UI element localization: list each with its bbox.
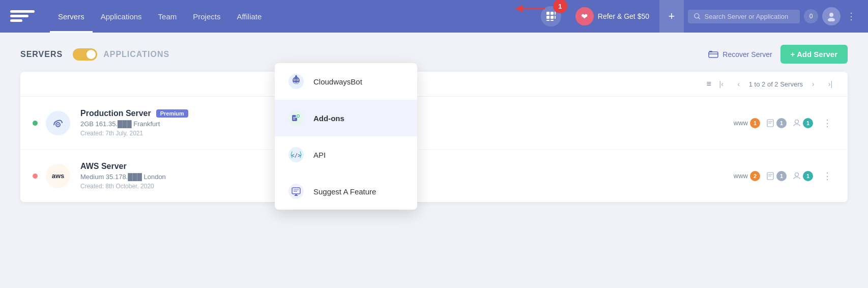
refer-button[interactable]: ❤ Refer & Get $50	[569, 7, 655, 25]
tab-toggle[interactable]	[73, 48, 97, 61]
pages-count-aws: 1	[776, 171, 787, 181]
svg-rect-3	[546, 12, 549, 15]
premium-badge: Premium	[156, 109, 188, 118]
pages-count: 1	[776, 118, 787, 128]
svg-rect-7	[551, 16, 554, 19]
users-count-aws: 1	[803, 171, 813, 181]
users-icon	[793, 119, 801, 127]
svg-point-22	[296, 75, 297, 77]
tab-servers[interactable]: SERVERS	[20, 46, 63, 63]
nav-link-team[interactable]: Team	[150, 0, 185, 33]
more-options-button[interactable]: ⋮	[845, 11, 858, 22]
refer-heart-icon: ❤	[575, 7, 594, 25]
suggest-icon	[287, 182, 305, 200]
svg-rect-28	[293, 117, 296, 118]
nav-links: Servers Applications Team Projects Affil…	[50, 0, 541, 33]
search-box[interactable]	[688, 10, 800, 23]
pagination-first[interactable]: |‹	[714, 77, 729, 91]
dropdown-item-suggest[interactable]: Suggest A Feature	[275, 173, 417, 210]
dropdown-item-cloudwaysbot[interactable]: CloudwaysBot	[275, 63, 417, 100]
pages-badge-aws[interactable]: 1	[766, 171, 787, 181]
svg-rect-1	[10, 15, 28, 17]
pages-icon-aws	[766, 172, 774, 180]
svg-rect-2	[10, 19, 22, 22]
svg-rect-0	[10, 10, 35, 13]
suggest-label: Suggest A Feature	[313, 187, 376, 196]
api-icon: </>	[287, 146, 305, 164]
recover-icon	[708, 50, 718, 59]
add-plus-button[interactable]: +	[659, 0, 684, 33]
svg-point-14	[828, 18, 835, 21]
page-actions: Recover Server + Add Server	[708, 45, 848, 64]
server-title: Production Server	[80, 109, 151, 118]
svg-text:</>: </>	[291, 152, 301, 159]
aws-text: aws	[52, 172, 65, 180]
server-icon-cloudways	[46, 111, 70, 135]
server-title-aws: AWS Server	[80, 162, 127, 171]
addons-icon	[287, 109, 305, 127]
server-actions-aws: www 2 1 1 ⋮	[734, 168, 835, 184]
bot-icon	[287, 72, 305, 91]
pages-badge-production[interactable]: 1	[766, 118, 787, 128]
filter-icon[interactable]: ≡	[706, 79, 711, 89]
notification-badge[interactable]: 0	[804, 9, 818, 23]
svg-point-20	[297, 79, 298, 80]
more-options-production[interactable]: ⋮	[819, 115, 835, 131]
more-options-aws[interactable]: ⋮	[819, 168, 835, 184]
status-dot-green	[33, 121, 38, 126]
www-badge-production[interactable]: www 1	[734, 118, 760, 128]
nav-right: ❤ Refer & Get $50 + 0 ⋮	[569, 0, 858, 33]
logo[interactable]	[10, 8, 35, 24]
add-server-button[interactable]: + Add Server	[780, 45, 848, 64]
users-count: 1	[803, 118, 813, 128]
tab-applications[interactable]: APPLICATIONS	[103, 46, 169, 63]
table-row: aws AWS Server Medium 35.178.███ London …	[20, 150, 848, 202]
search-input[interactable]	[705, 13, 794, 20]
server-actions-production: www 1 1 1 ⋮	[734, 115, 835, 131]
svg-rect-5	[555, 12, 556, 15]
nav-link-servers[interactable]: Servers	[50, 0, 93, 33]
users-badge-aws[interactable]: 1	[793, 171, 813, 181]
svg-point-42	[57, 124, 59, 125]
svg-point-46	[795, 120, 799, 123]
pagination-prev[interactable]: ‹	[732, 77, 746, 91]
svg-point-50	[795, 172, 799, 176]
www-badge-aws[interactable]: www 2	[734, 171, 760, 181]
svg-rect-38	[709, 51, 712, 52]
api-label: API	[313, 151, 326, 159]
pagination-text: 1 to 2 of 2 Servers	[749, 80, 803, 88]
svg-rect-36	[709, 52, 718, 57]
nav-link-affiliate[interactable]: Affiliate	[228, 0, 270, 33]
www-label-aws: www	[734, 172, 748, 180]
dropdown-item-api[interactable]: </> API	[275, 136, 417, 173]
nav-link-projects[interactable]: Projects	[185, 0, 228, 33]
svg-point-19	[294, 79, 295, 80]
svg-rect-29	[293, 119, 295, 120]
svg-line-12	[699, 18, 700, 19]
dropdown-menu: CloudwaysBot Add-ons 2	[275, 63, 417, 210]
user-avatar[interactable]	[822, 7, 841, 25]
svg-rect-8	[555, 16, 556, 19]
refer-label: Refer & Get $50	[598, 12, 649, 20]
pagination-next[interactable]: ›	[806, 77, 820, 91]
svg-rect-4	[551, 12, 554, 15]
server-list: ≡ |‹ ‹ 1 to 2 of 2 Servers › ›| Pr	[20, 72, 848, 202]
addons-label: Add-ons	[313, 114, 344, 123]
cloudwaysbot-label: CloudwaysBot	[313, 77, 362, 86]
search-icon	[694, 13, 701, 20]
www-count-aws: 2	[750, 171, 760, 181]
nav-link-applications[interactable]: Applications	[93, 0, 150, 33]
pagination-bar: ≡ |‹ ‹ 1 to 2 of 2 Servers › ›|	[20, 72, 848, 97]
svg-rect-6	[546, 16, 549, 19]
pagination-last[interactable]: ›|	[823, 77, 837, 91]
recover-server-link[interactable]: Recover Server	[708, 50, 772, 59]
svg-rect-9	[546, 20, 549, 21]
table-row: Production Server Premium 2GB 161.35.███…	[20, 97, 848, 150]
users-badge-production[interactable]: 1	[793, 118, 813, 128]
www-label: www	[734, 119, 748, 127]
dropdown-item-addons[interactable]: Add-ons 2	[275, 100, 417, 136]
main-content: SERVERS APPLICATIONS Recover Server + Ad…	[0, 33, 868, 214]
page-header: SERVERS APPLICATIONS Recover Server + Ad…	[20, 45, 848, 64]
server-icon-aws: aws	[46, 164, 70, 188]
www-count: 1	[750, 118, 760, 128]
